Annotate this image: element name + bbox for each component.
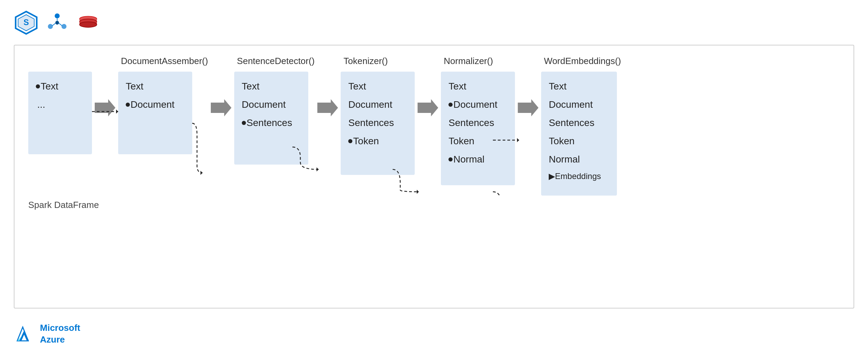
microsoft-label: Microsoft xyxy=(40,322,80,334)
arrow-shape-1 xyxy=(95,99,115,116)
arrow-shape-5 xyxy=(518,99,538,116)
stage-tokenizer: Tokenizer() Text Document Sentences Toke… xyxy=(341,56,415,175)
field-ellipsis: ... xyxy=(36,96,84,113)
arrow-1 xyxy=(92,99,118,116)
arrow-5 xyxy=(515,99,541,116)
dot-da-document xyxy=(126,103,130,107)
diagram-container: Text ... DocumentAssember() Text xyxy=(14,45,854,308)
pipeline-area: Text ... DocumentAssember() Text xyxy=(28,56,840,196)
stage-sentence-detector: SentenceDetector() Text Document Sentenc… xyxy=(234,56,314,165)
label-normalizer: Normalizer() xyxy=(444,56,493,59)
label-word-embeddings: WordEmbeddings() xyxy=(544,56,621,59)
field-da-document: Document xyxy=(126,96,185,113)
field-da-text: Text xyxy=(126,78,185,95)
dot-tok-token xyxy=(348,139,352,143)
svg-text:S: S xyxy=(23,18,29,27)
svg-marker-21 xyxy=(517,138,519,142)
label-tokenizer: Tokenizer() xyxy=(343,56,388,59)
svg-marker-17 xyxy=(200,171,203,175)
stage-normalizer: Normalizer() Text Document Sentences Tok… xyxy=(441,56,515,185)
arrow-shape-4 xyxy=(417,99,438,116)
stage-document-assembler: DocumentAssember() Text Document xyxy=(118,56,208,154)
azure-logo-icon xyxy=(14,324,34,344)
dot-norm-normal xyxy=(448,157,453,161)
logo-1-icon: S xyxy=(14,10,39,35)
normalizer-box: Text Document Sentences Token Normal xyxy=(441,72,515,185)
svg-marker-19 xyxy=(417,190,419,194)
input-box: Text ... xyxy=(28,72,92,154)
logos-bar: S xyxy=(14,10,854,35)
svg-point-5 xyxy=(62,24,66,29)
arrow-2 xyxy=(208,99,234,116)
doc-assembler-box: Text Document xyxy=(118,72,192,154)
dot-text xyxy=(36,84,40,88)
dot-norm-document xyxy=(448,103,453,107)
bottom-bar: Microsoft Azure xyxy=(14,317,854,346)
svg-point-6 xyxy=(55,21,59,25)
svg-line-9 xyxy=(59,23,62,26)
arrow-3 xyxy=(314,99,341,116)
tokenizer-box: Text Document Sentences Token xyxy=(341,72,415,175)
stage-input: Text ... xyxy=(28,56,92,154)
logo-3-icon xyxy=(76,10,101,35)
arrow-4 xyxy=(415,99,441,116)
svg-line-8 xyxy=(52,23,55,26)
svg-marker-18 xyxy=(317,167,319,171)
logo-2-icon xyxy=(45,10,70,35)
dot-sd-sentences xyxy=(242,121,246,125)
svg-point-14 xyxy=(80,22,97,27)
svg-point-4 xyxy=(48,24,53,29)
sentence-detector-box: Text Document Sentences xyxy=(234,72,308,165)
label-document-assembler: DocumentAssember() xyxy=(121,56,208,59)
word-embeddings-box: Text Document Sentences Token Normal ▶Em… xyxy=(541,72,617,196)
arrow-shape-3 xyxy=(317,99,338,116)
svg-point-3 xyxy=(55,13,60,18)
azure-logo-text: Microsoft Azure xyxy=(40,322,80,346)
label-sentence-detector: SentenceDetector() xyxy=(237,56,314,59)
spark-label: Spark DataFrame xyxy=(28,200,840,210)
azure-label: Azure xyxy=(40,334,80,346)
field-text: Text xyxy=(36,78,84,95)
arrow-shape-2 xyxy=(211,99,231,116)
page-wrapper: S xyxy=(0,0,868,356)
stage-word-embeddings: WordEmbeddings() Text Document Sentences… xyxy=(541,56,840,196)
